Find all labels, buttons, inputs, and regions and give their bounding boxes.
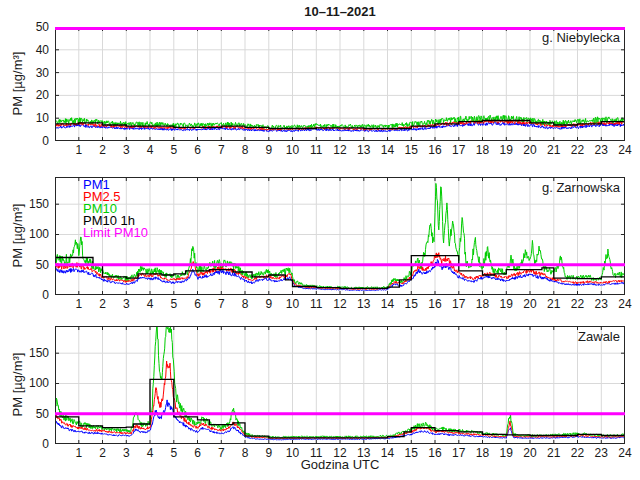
x-tick-label: 16	[425, 297, 445, 311]
x-tick-label: 6	[188, 143, 208, 157]
y-tick-label: 0	[19, 437, 49, 451]
x-tick-label: 21	[544, 446, 564, 460]
y-tick-label: 30	[19, 66, 49, 80]
x-tick-label: 10	[283, 143, 303, 157]
x-tick-label: 1	[69, 446, 89, 460]
legend: PM1PM2.5PM10PM10 1hLimit PM10	[83, 179, 148, 239]
x-tick-label: 6	[188, 446, 208, 460]
x-tick-label: 14	[378, 446, 398, 460]
x-tick-label: 7	[211, 143, 231, 157]
x-tick-label: 23	[591, 143, 611, 157]
x-tick-label: 24	[615, 297, 635, 311]
x-tick-label: 21	[544, 143, 564, 157]
x-tick-label: 15	[401, 446, 421, 460]
y-tick-label: 100	[19, 376, 49, 390]
x-tick-label: 11	[306, 446, 326, 460]
y-tick-label: 40	[19, 43, 49, 57]
x-tick-label: 13	[354, 446, 374, 460]
site-label-g-zarnowska: g. Zarnowska	[542, 180, 620, 195]
x-tick-label: 14	[378, 143, 398, 157]
x-tick-label: 3	[116, 446, 136, 460]
x-tick-label: 8	[235, 143, 255, 157]
x-tick-label: 15	[401, 143, 421, 157]
x-tick-label: 2	[93, 446, 113, 460]
x-tick-label: 22	[568, 143, 588, 157]
x-tick-label: 8	[235, 297, 255, 311]
x-tick-label: 19	[496, 297, 516, 311]
x-tick-label: 8	[235, 446, 255, 460]
x-tick-label: 22	[568, 297, 588, 311]
x-tick-label: 10	[283, 297, 303, 311]
x-tick-label: 24	[615, 446, 635, 460]
x-tick-label: 20	[520, 297, 540, 311]
x-tick-label: 2	[93, 297, 113, 311]
x-tick-label: 10	[283, 446, 303, 460]
x-tick-label: 19	[496, 143, 516, 157]
x-tick-label: 16	[425, 143, 445, 157]
x-tick-label: 9	[259, 446, 279, 460]
x-tick-label: 3	[116, 297, 136, 311]
x-tick-label: 5	[164, 143, 184, 157]
x-tick-label: 4	[140, 143, 160, 157]
x-tick-label: 18	[473, 297, 493, 311]
x-tick-label: 12	[330, 297, 350, 311]
y-tick-label: 20	[19, 88, 49, 102]
x-tick-label: 5	[164, 297, 184, 311]
x-tick-label: 21	[544, 297, 564, 311]
pm-figure: 10–11–2021 Godzina UTC g. NiebyleckaPM […	[0, 0, 640, 480]
x-tick-label: 23	[591, 297, 611, 311]
x-tick-label: 4	[140, 297, 160, 311]
plot-area-3	[55, 326, 625, 444]
x-tick-label: 15	[401, 297, 421, 311]
legend-item-limit-pm10: Limit PM10	[83, 227, 148, 239]
x-tick-label: 1	[69, 297, 89, 311]
x-tick-label: 20	[520, 446, 540, 460]
x-tick-label: 3	[116, 143, 136, 157]
x-tick-label: 24	[615, 143, 635, 157]
x-tick-label: 2	[93, 143, 113, 157]
x-tick-label: 17	[449, 297, 469, 311]
x-tick-label: 13	[354, 143, 374, 157]
y-tick-label: 0	[19, 134, 49, 148]
y-tick-label: 50	[19, 258, 49, 272]
y-tick-label: 100	[19, 227, 49, 241]
x-tick-label: 14	[378, 297, 398, 311]
plot-area-1	[55, 27, 625, 141]
x-tick-label: 11	[306, 297, 326, 311]
x-tick-label: 19	[496, 446, 516, 460]
x-tick-label: 6	[188, 297, 208, 311]
x-tick-label: 23	[591, 446, 611, 460]
y-tick-label: 50	[19, 407, 49, 421]
site-label-zawale: Zawale	[578, 329, 620, 344]
x-tick-label: 18	[473, 143, 493, 157]
site-label-g-niebylecka: g. Niebylecka	[542, 30, 620, 45]
x-tick-label: 7	[211, 297, 231, 311]
x-tick-label: 17	[449, 446, 469, 460]
y-tick-label: 50	[19, 20, 49, 34]
x-tick-label: 16	[425, 446, 445, 460]
x-tick-label: 1	[69, 143, 89, 157]
chart-title: 10–11–2021	[55, 4, 625, 19]
y-tick-label: 0	[19, 288, 49, 302]
y-tick-label: 10	[19, 111, 49, 125]
x-tick-label: 11	[306, 143, 326, 157]
x-tick-label: 12	[330, 446, 350, 460]
x-tick-label: 12	[330, 143, 350, 157]
y-axis-label: PM [µg/m³]	[10, 24, 25, 144]
y-tick-label: 150	[19, 197, 49, 211]
x-tick-label: 20	[520, 143, 540, 157]
x-tick-label: 4	[140, 446, 160, 460]
x-tick-label: 22	[568, 446, 588, 460]
y-tick-label: 150	[19, 346, 49, 360]
x-tick-label: 18	[473, 446, 493, 460]
x-tick-label: 7	[211, 446, 231, 460]
x-tick-label: 5	[164, 446, 184, 460]
x-tick-label: 17	[449, 143, 469, 157]
x-tick-label: 13	[354, 297, 374, 311]
x-tick-label: 9	[259, 143, 279, 157]
x-tick-label: 9	[259, 297, 279, 311]
